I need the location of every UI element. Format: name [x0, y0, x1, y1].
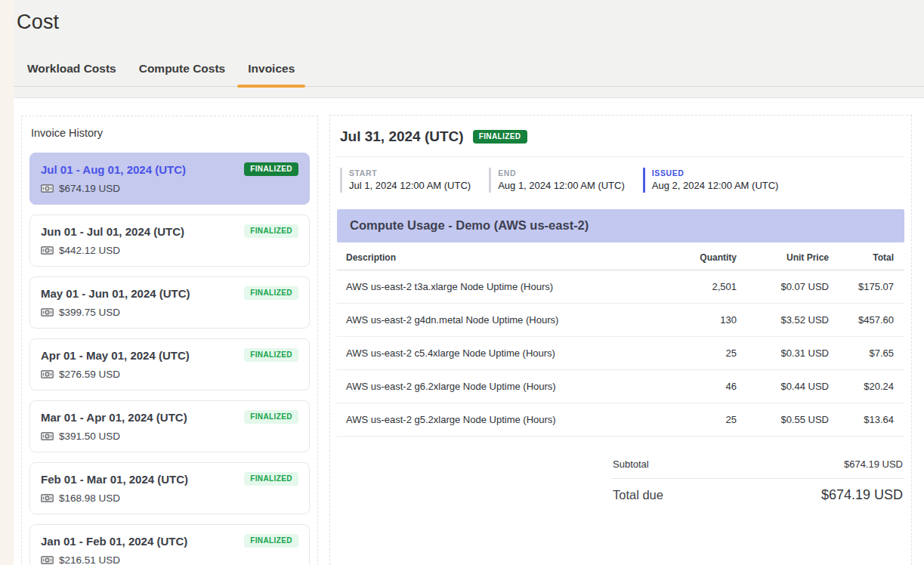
subtotal-value: $674.19 USD	[844, 458, 903, 470]
status-badge: FINALIZED	[244, 224, 298, 238]
invoice-amount: $391.50 USD	[59, 431, 120, 442]
banknote-icon	[41, 369, 54, 379]
cell-quantity: 46	[643, 370, 740, 403]
usage-table-header-row: Description Quantity Unit Price Total	[337, 242, 904, 270]
col-total: Total	[832, 242, 904, 270]
cell-unit-price: $3.52 USD	[740, 304, 832, 337]
cell-total: $13.64	[832, 403, 904, 437]
banknote-icon	[41, 431, 54, 441]
tab-bar-divider	[14, 86, 924, 87]
meta-end-value: Aug 1, 2024 12:00 AM (UTC)	[498, 180, 625, 191]
cell-quantity: 2,501	[643, 270, 740, 304]
table-row: AWS us-east-2 c5.4xlarge Node Uptime (Ho…	[337, 337, 904, 370]
cell-description: AWS us-east-2 g6.2xlarge Node Uptime (Ho…	[337, 370, 643, 403]
invoice-amount: $216.51 USD	[59, 554, 120, 565]
invoice-amount: $442.12 USD	[59, 245, 120, 256]
page-title: Cost	[17, 11, 59, 34]
invoice-detail-title: Jul 31, 2024 (UTC)	[340, 128, 464, 145]
meta-start-label: START	[349, 168, 471, 178]
col-description: Description	[337, 242, 643, 270]
invoice-amount: $399.75 USD	[59, 307, 120, 318]
cell-unit-price: $0.07 USD	[740, 270, 832, 304]
meta-issued-label: ISSUED	[652, 168, 779, 178]
window-edge-strip	[0, 0, 14, 565]
invoice-period: Jan 01 - Feb 01, 2024 (UTC)	[41, 535, 187, 548]
cell-quantity: 130	[643, 304, 740, 337]
meta-end: END Aug 1, 2024 12:00 AM (UTC)	[489, 168, 635, 193]
invoice-card-feb[interactable]: Feb 01 - Mar 01, 2024 (UTC) FINALIZED $1…	[29, 462, 310, 514]
cell-total: $175.07	[832, 270, 904, 304]
meta-start-value: Jul 1, 2024 12:00 AM (UTC)	[349, 180, 471, 191]
invoice-period: Mar 01 - Apr 01, 2024 (UTC)	[41, 411, 187, 424]
banknote-icon	[41, 245, 54, 255]
cell-description: AWS us-east-2 g4dn.metal Node Uptime (Ho…	[337, 304, 643, 337]
subtotal-label: Subtotal	[613, 458, 649, 470]
status-badge: FINALIZED	[244, 286, 298, 300]
status-badge: FINALIZED	[244, 472, 298, 486]
cost-tab-bar: Workload Costs Compute Costs Invoices	[17, 62, 307, 86]
cell-description: AWS us-east-2 g5.2xlarge Node Uptime (Ho…	[337, 403, 643, 437]
invoice-card-jun[interactable]: Jun 01 - Jul 01, 2024 (UTC) FINALIZED $4…	[29, 215, 310, 267]
usage-table: Description Quantity Unit Price Total AW…	[337, 242, 904, 437]
invoices-content: Invoice History Jul 01 - Aug 01, 2024 (U…	[14, 99, 924, 565]
tab-workload-costs[interactable]: Workload Costs	[17, 62, 127, 86]
cell-quantity: 25	[643, 337, 740, 370]
meta-issued-value: Aug 2, 2024 12:00 AM (UTC)	[652, 180, 779, 191]
banknote-icon	[41, 184, 54, 193]
status-badge: FINALIZED	[244, 348, 298, 362]
invoice-history-panel: Invoice History Jul 01 - Aug 01, 2024 (U…	[21, 116, 318, 565]
invoice-card-apr[interactable]: Apr 01 - May 01, 2024 (UTC) FINALIZED $2…	[29, 338, 310, 391]
cell-total: $7.65	[832, 337, 904, 370]
tab-compute-costs[interactable]: Compute Costs	[128, 62, 236, 86]
cell-unit-price: $0.31 USD	[740, 337, 832, 370]
invoice-period: May 01 - Jun 01, 2024 (UTC)	[41, 287, 190, 300]
meta-issued: ISSUED Aug 2, 2024 12:00 AM (UTC)	[643, 168, 790, 193]
cell-unit-price: $0.44 USD	[740, 370, 832, 403]
banknote-icon	[41, 555, 54, 565]
invoice-meta-row: START Jul 1, 2024 12:00 AM (UTC) END Aug…	[337, 157, 904, 193]
status-badge: FINALIZED	[244, 534, 298, 548]
cell-quantity: 25	[643, 403, 740, 437]
invoice-amount: $168.98 USD	[59, 492, 120, 504]
invoice-card-jan[interactable]: Jan 01 - Feb 01, 2024 (UTC) FINALIZED $2…	[29, 524, 310, 565]
total-due-label: Total due	[613, 488, 663, 502]
invoice-card-may[interactable]: May 01 - Jun 01, 2024 (UTC) FINALIZED $3…	[29, 276, 310, 329]
status-badge: FINALIZED	[473, 130, 527, 144]
tab-invoices[interactable]: Invoices	[237, 62, 305, 86]
col-quantity: Quantity	[643, 242, 740, 270]
status-badge: FINALIZED	[244, 162, 298, 176]
invoice-card-mar[interactable]: Mar 01 - Apr 01, 2024 (UTC) FINALIZED $3…	[29, 400, 310, 452]
invoice-period: Feb 01 - Mar 01, 2024 (UTC)	[41, 473, 188, 486]
cell-total: $457.60	[832, 304, 904, 337]
invoice-period: Jul 01 - Aug 01, 2024 (UTC)	[41, 163, 186, 176]
status-badge: FINALIZED	[244, 410, 298, 424]
table-row: AWS us-east-2 g5.2xlarge Node Uptime (Ho…	[337, 403, 904, 437]
invoice-period: Jun 01 - Jul 01, 2024 (UTC)	[41, 225, 184, 238]
invoice-history-title: Invoice History	[31, 127, 310, 139]
meta-end-label: END	[498, 168, 625, 178]
cell-unit-price: $0.55 USD	[740, 403, 832, 437]
table-row: AWS us-east-2 g4dn.metal Node Uptime (Ho…	[337, 304, 904, 337]
invoice-amount: $674.19 USD	[59, 183, 120, 194]
banknote-icon	[41, 307, 54, 317]
totals-block: Subtotal $674.19 USD Total due $674.19 U…	[611, 450, 904, 511]
total-due-value: $674.19 USD	[821, 487, 903, 503]
cell-description: AWS us-east-2 t3a.xlarge Node Uptime (Ho…	[337, 270, 643, 304]
cell-total: $20.24	[832, 370, 904, 403]
invoice-detail-panel: Jul 31, 2024 (UTC) FINALIZED START Jul 1…	[329, 115, 912, 565]
table-row: AWS us-east-2 g6.2xlarge Node Uptime (Ho…	[337, 370, 904, 403]
meta-start: START Jul 1, 2024 12:00 AM (UTC)	[340, 168, 481, 193]
table-row: AWS us-east-2 t3a.xlarge Node Uptime (Ho…	[337, 270, 904, 304]
invoice-amount: $276.59 USD	[59, 369, 120, 380]
banknote-icon	[41, 493, 54, 503]
cell-description: AWS us-east-2 c5.4xlarge Node Uptime (Ho…	[337, 337, 643, 370]
compute-usage-section-header: Compute Usage - Demo (AWS us-east-2)	[337, 209, 904, 242]
col-unit-price: Unit Price	[740, 242, 832, 270]
invoice-period: Apr 01 - May 01, 2024 (UTC)	[41, 349, 190, 362]
invoice-card-jul[interactable]: Jul 01 - Aug 01, 2024 (UTC) FINALIZED $6…	[29, 153, 310, 205]
